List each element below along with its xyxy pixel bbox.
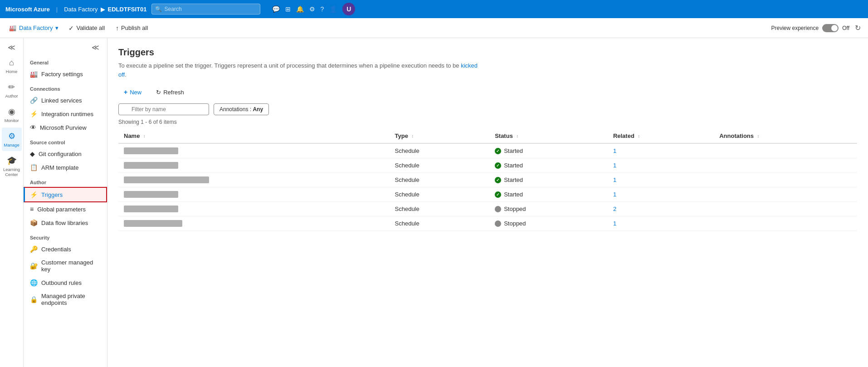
filter-by-name-input[interactable] bbox=[118, 103, 209, 115]
sidebar-item-learning[interactable]: 🎓 Learning Center bbox=[2, 152, 22, 181]
section-label-security: Security bbox=[24, 230, 107, 242]
status-started: Started bbox=[495, 162, 602, 169]
outbound-rules-label: Outbound rules bbox=[41, 279, 82, 286]
related-sort-icon[interactable]: ↕ bbox=[638, 134, 640, 138]
top-refresh-icon[interactable]: ↻ bbox=[853, 22, 863, 34]
validate-all-button[interactable]: ✓ Validate all bbox=[64, 22, 109, 34]
related-link[interactable]: 1 bbox=[613, 162, 616, 169]
top-navigation-bar: Microsoft Azure | Data Factory ▶ EDLDTFS… bbox=[0, 0, 868, 18]
sidebar-item-managed-private-endpoints[interactable]: 🔒 Managed private endpoints bbox=[24, 289, 107, 309]
author-label: Author bbox=[5, 93, 18, 98]
sidebar-item-linked-services[interactable]: 🔗 Linked services bbox=[24, 93, 107, 107]
new-trigger-button[interactable]: + New bbox=[118, 86, 147, 98]
status-text: Started bbox=[504, 191, 523, 198]
sidebar-item-outbound-rules[interactable]: 🌐 Outbound rules bbox=[24, 276, 107, 289]
stopped-dot-icon bbox=[495, 206, 501, 212]
trigger-annotations-cell bbox=[714, 202, 857, 216]
started-dot-icon bbox=[495, 148, 501, 154]
validate-icon: ✓ bbox=[68, 24, 74, 32]
sidebar-item-data-flow-libraries[interactable]: 📦 Data flow libraries bbox=[24, 216, 107, 230]
col-header-status[interactable]: Status ↕ bbox=[489, 129, 608, 143]
breadcrumb: Data Factory ▶ EDLDTFSIT01 bbox=[64, 6, 146, 13]
trigger-name-link[interactable]: ███ ██ bbox=[124, 162, 178, 169]
trigger-type-cell: Schedule bbox=[390, 173, 490, 187]
trigger-name-link[interactable]: ████ █ █████ bbox=[124, 191, 178, 198]
credentials-label: Credentials bbox=[41, 246, 71, 253]
col-header-annotations[interactable]: Annotations ↕ bbox=[714, 129, 857, 143]
status-text: Started bbox=[504, 147, 523, 154]
nav-collapse-button[interactable]: ≪ bbox=[2, 42, 22, 53]
sidebar-item-credentials[interactable]: 🔑 Credentials bbox=[24, 242, 107, 256]
trigger-status-cell: Started bbox=[489, 173, 608, 187]
sidebar-item-global-parameters[interactable]: ≡ Global parameters bbox=[24, 202, 107, 216]
col-header-related[interactable]: Related ↕ bbox=[608, 129, 714, 143]
sidebar-item-manage[interactable]: ⚙ Manage bbox=[2, 127, 22, 151]
trigger-annotations-cell bbox=[714, 173, 857, 187]
sidebar-item-author[interactable]: ✏ Author bbox=[2, 78, 22, 102]
preview-toggle[interactable] bbox=[822, 24, 839, 32]
table-row: ███ScheduleStopped2 bbox=[118, 202, 857, 216]
annotations-filter-button[interactable]: Annotations : Any bbox=[214, 103, 269, 115]
linked-services-label: Linked services bbox=[41, 97, 82, 104]
status-text: Stopped bbox=[504, 206, 526, 212]
col-header-name[interactable]: Name ↕ bbox=[118, 129, 390, 143]
second-toolbar: 🏭 Data Factory ▾ ✓ Validate all ↑ Publis… bbox=[0, 18, 868, 38]
sidebar-item-git-configuration[interactable]: ◆ Git configuration bbox=[24, 147, 107, 161]
help-icon[interactable]: ? bbox=[321, 5, 324, 13]
portal-icon[interactable]: ⊞ bbox=[285, 5, 291, 13]
feedback-icon[interactable]: 💬 bbox=[272, 5, 280, 13]
related-link[interactable]: 1 bbox=[613, 191, 616, 198]
related-link[interactable]: 1 bbox=[613, 176, 616, 183]
breadcrumb-factory[interactable]: Data Factory bbox=[64, 6, 98, 13]
search-input[interactable] bbox=[151, 4, 260, 15]
trigger-type-cell: Schedule bbox=[390, 187, 490, 202]
settings-icon[interactable]: ⚙ bbox=[309, 5, 315, 13]
trigger-type-cell: Schedule bbox=[390, 216, 490, 231]
status-started: Started bbox=[495, 147, 602, 154]
trigger-name-link[interactable]: ██████████████ bbox=[124, 220, 182, 227]
sidebar-item-triggers[interactable]: ⚡ Triggers bbox=[24, 187, 107, 202]
sidebar-item-microsoft-purview[interactable]: 👁 Microsoft Purview bbox=[24, 121, 107, 134]
cloud-shell-icon[interactable]: 👤 bbox=[329, 5, 337, 13]
status-sort-icon[interactable]: ↕ bbox=[516, 134, 518, 138]
sidebar-item-factory-settings[interactable]: 🏭 Factory settings bbox=[24, 67, 107, 81]
col-header-type[interactable]: Type ↕ bbox=[390, 129, 490, 143]
trigger-related-cell: 1 bbox=[608, 173, 714, 187]
preview-experience-label: Preview experience bbox=[771, 25, 819, 31]
new-label: New bbox=[130, 89, 141, 96]
trigger-status-cell: Stopped bbox=[489, 202, 608, 216]
manage-label: Manage bbox=[4, 142, 19, 147]
sidebar-item-integration-runtimes[interactable]: ⚡ Integration runtimes bbox=[24, 107, 107, 121]
search-icon: 🔍 bbox=[155, 6, 162, 12]
type-sort-icon[interactable]: ↕ bbox=[412, 134, 414, 138]
related-link[interactable]: 1 bbox=[613, 220, 616, 227]
sidebar-item-customer-managed-key[interactable]: 🔐 Customer managed key bbox=[24, 256, 107, 276]
notification-icon[interactable]: 🔔 bbox=[296, 5, 304, 13]
sidebar-item-home[interactable]: ⌂ Home bbox=[2, 54, 22, 78]
trigger-name-link[interactable]: ████ ████████████████ bbox=[124, 176, 209, 183]
trigger-name-link[interactable]: ████████ bbox=[124, 147, 178, 154]
trigger-name-link[interactable]: ███ bbox=[124, 206, 178, 212]
related-link[interactable]: 2 bbox=[613, 206, 616, 212]
trigger-type-cell: Schedule bbox=[390, 143, 490, 158]
user-avatar[interactable]: U bbox=[342, 3, 355, 15]
annotations-sort-icon[interactable]: ↕ bbox=[757, 134, 760, 138]
home-label: Home bbox=[6, 69, 17, 74]
triggers-icon: ⚡ bbox=[30, 191, 38, 198]
data-factory-dropdown[interactable]: 🏭 Data Factory ▾ bbox=[5, 23, 62, 33]
kicked-off-link[interactable]: kicked off bbox=[118, 62, 478, 78]
filter-row: 🔍 Annotations : Any bbox=[118, 103, 857, 115]
name-sort-icon[interactable]: ↕ bbox=[143, 134, 146, 138]
related-link[interactable]: 1 bbox=[613, 147, 616, 154]
refresh-button[interactable]: ↻ Refresh bbox=[151, 87, 190, 98]
trigger-related-cell: 2 bbox=[608, 202, 714, 216]
dropdown-chevron-icon: ▾ bbox=[55, 24, 59, 31]
sidebar-item-monitor[interactable]: ◉ Monitor bbox=[2, 103, 22, 127]
arm-icon: 📋 bbox=[30, 164, 38, 171]
status-stopped: Stopped bbox=[495, 220, 602, 227]
publish-all-button[interactable]: ↑ Publish all bbox=[111, 22, 152, 34]
sidebar-collapse-button[interactable]: ≪ bbox=[85, 42, 105, 53]
sidebar-item-arm-template[interactable]: 📋 ARM template bbox=[24, 161, 107, 174]
trigger-status-cell: Stopped bbox=[489, 216, 608, 231]
monitor-icon: ◉ bbox=[8, 107, 15, 117]
